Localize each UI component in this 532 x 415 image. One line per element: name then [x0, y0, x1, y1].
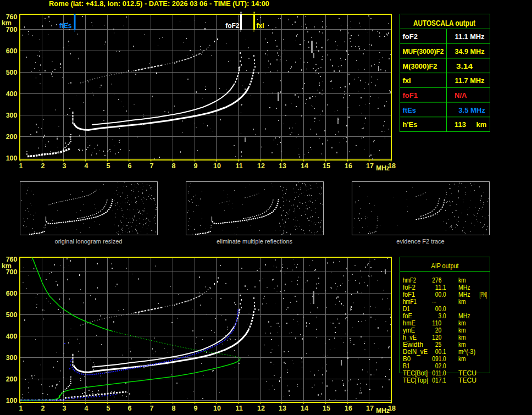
svg-text:MUF(3000)F2: MUF(3000)F2: [403, 47, 444, 56]
svg-text:11: 11: [435, 284, 442, 291]
svg-text:700: 700: [6, 268, 18, 276]
svg-text:276: 276: [432, 276, 441, 284]
svg-text:17: 17: [366, 405, 374, 412]
svg-text:foF1: foF1: [403, 291, 415, 298]
svg-text:3: 3: [63, 405, 66, 412]
svg-text:5: 5: [107, 162, 110, 170]
svg-text:fxI: fxI: [257, 22, 264, 30]
svg-text:120: 120: [432, 334, 441, 341]
svg-text:.0: .0: [441, 362, 446, 370]
svg-text:foF2: foF2: [403, 32, 418, 41]
svg-text:13: 13: [279, 162, 286, 170]
svg-text:3.5 MHz: 3.5 MHz: [458, 106, 485, 114]
svg-text:100: 100: [6, 397, 18, 405]
svg-text:TECU: TECU: [458, 369, 476, 377]
svg-text:14: 14: [301, 405, 308, 412]
svg-text:Ewidth: Ewidth: [403, 341, 423, 348]
svg-text:N/A: N/A: [455, 91, 467, 99]
svg-text:km: km: [458, 327, 466, 334]
svg-text:foF2: foF2: [225, 22, 240, 30]
svg-text:11: 11: [235, 162, 242, 170]
svg-text:TEC[Top]: TEC[Top]: [403, 377, 428, 384]
svg-text:7: 7: [150, 405, 154, 412]
svg-text:15: 15: [323, 405, 330, 412]
svg-text:11.7 MHz: 11.7 MHz: [455, 76, 485, 85]
svg-text:original ionogram resized: original ionogram resized: [55, 238, 123, 245]
svg-text:16: 16: [345, 162, 352, 170]
svg-text:[PN]: [PN]: [480, 291, 487, 298]
svg-text:AUTOSCALA output: AUTOSCALA output: [413, 19, 475, 27]
svg-text:B1: B1: [403, 362, 410, 370]
svg-text:200: 200: [6, 375, 18, 383]
svg-text:km: km: [458, 334, 466, 341]
svg-text:11: 11: [235, 405, 242, 412]
svg-text:1: 1: [19, 162, 23, 170]
svg-text:8: 8: [172, 405, 176, 412]
svg-text:D1: D1: [403, 305, 410, 313]
svg-text:16: 16: [345, 405, 352, 412]
svg-text:TEC[Bot]: TEC[Bot]: [403, 369, 428, 377]
svg-text:500: 500: [6, 69, 18, 76]
svg-text:12: 12: [257, 405, 265, 412]
svg-text:ftEs: ftEs: [59, 22, 72, 30]
svg-text:MHz: MHz: [458, 284, 470, 291]
svg-text:.1: .1: [441, 348, 446, 356]
svg-text:10: 10: [213, 162, 221, 170]
svg-text:AIP output: AIP output: [431, 262, 459, 270]
svg-text:9: 9: [194, 405, 198, 412]
svg-text:091: 091: [432, 355, 441, 363]
svg-text:M(3000)F2: M(3000)F2: [403, 62, 437, 70]
svg-text:110: 110: [432, 319, 441, 327]
svg-text:km: km: [458, 298, 466, 306]
svg-text:.0: .0: [441, 291, 446, 298]
svg-text:h'Es: h'Es: [403, 120, 418, 129]
svg-text:25: 25: [435, 341, 442, 348]
svg-text:017: 017: [432, 377, 441, 384]
svg-text:.1: .1: [441, 284, 446, 291]
svg-text:km: km: [458, 355, 466, 363]
svg-text:2: 2: [41, 162, 45, 170]
svg-text:eliminate multiple reflections: eliminate multiple reflections: [217, 238, 293, 245]
svg-text:4: 4: [85, 405, 88, 412]
svg-text:15: 15: [323, 162, 330, 170]
svg-text:Rome (lat: +41.8, lon: 012.5): Rome (lat: +41.8, lon: 012.5) - DATE: 20…: [49, 0, 269, 8]
svg-text:600: 600: [6, 290, 18, 297]
svg-text:8: 8: [172, 162, 176, 170]
svg-text:hmF2: hmF2: [403, 276, 416, 284]
svg-text:evidence F2 trace: evidence F2 trace: [396, 238, 444, 245]
svg-text:011: 011: [432, 369, 441, 377]
svg-text:h_vE: h_vE: [403, 334, 417, 341]
svg-text:MHz: MHz: [376, 164, 390, 172]
svg-text:400: 400: [6, 90, 18, 98]
svg-text:14: 14: [301, 162, 308, 170]
svg-text:700: 700: [6, 26, 18, 34]
svg-text:5: 5: [107, 405, 110, 412]
svg-text:ymE: ymE: [403, 327, 415, 334]
svg-text:foF1: foF1: [403, 91, 418, 99]
svg-text:2: 2: [41, 405, 45, 412]
svg-text:ftEs: ftEs: [403, 106, 417, 114]
svg-text:17: 17: [366, 162, 374, 170]
svg-text:foF2: foF2: [403, 284, 415, 291]
svg-text:m^(-3): m^(-3): [458, 348, 475, 356]
svg-text:12: 12: [257, 162, 265, 170]
svg-text:TECU: TECU: [458, 377, 476, 384]
svg-text:---: ---: [432, 298, 436, 306]
svg-text:DelN_vE: DelN_vE: [403, 348, 428, 356]
svg-text:1: 1: [19, 405, 23, 412]
svg-text:113: 113: [455, 120, 466, 129]
svg-text:foE: foE: [403, 312, 412, 320]
svg-text:.0: .0: [441, 312, 446, 320]
svg-text:.0: .0: [441, 305, 446, 313]
svg-text:300: 300: [6, 354, 18, 362]
svg-text:fxI: fxI: [403, 76, 411, 85]
svg-text:9: 9: [194, 162, 198, 170]
svg-text:00: 00: [435, 305, 442, 313]
svg-text:6: 6: [128, 405, 132, 412]
svg-text:.0: .0: [441, 369, 446, 377]
svg-text:6: 6: [128, 162, 132, 170]
svg-text:4: 4: [85, 162, 88, 170]
svg-text:km: km: [458, 276, 466, 284]
svg-text:3.14: 3.14: [456, 62, 473, 70]
svg-text:13: 13: [279, 405, 286, 412]
